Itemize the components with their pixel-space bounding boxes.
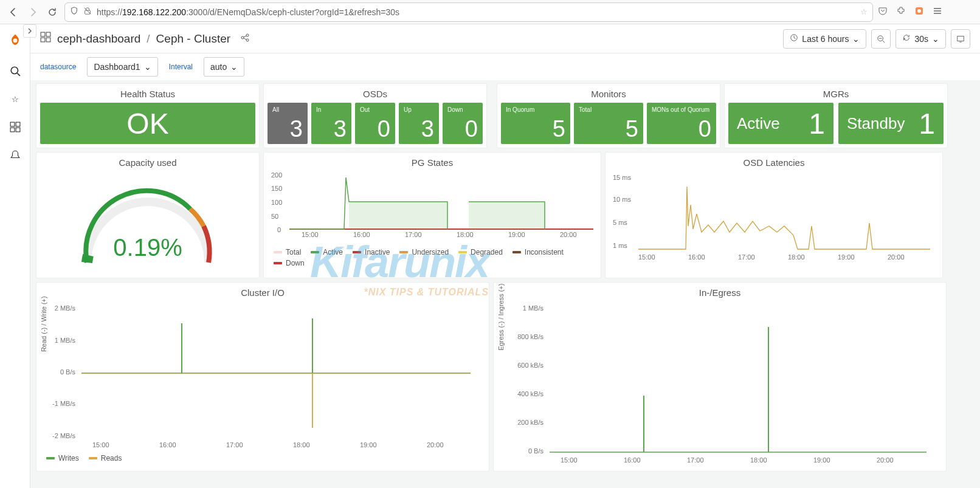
dashboards-icon[interactable] bbox=[40, 32, 51, 46]
svg-text:16:00: 16:00 bbox=[353, 231, 370, 238]
mgr-standby: Standby1 bbox=[838, 103, 944, 144]
refresh-picker[interactable]: 30s ⌄ bbox=[895, 29, 946, 49]
latency-chart: 15 ms 10 ms 5 ms 1 ms 15:00 16:00 17:00 … bbox=[613, 171, 935, 263]
breadcrumb-folder[interactable]: ceph-dashboard bbox=[57, 32, 140, 46]
grafana-logo-icon[interactable] bbox=[7, 33, 24, 50]
forward-icon[interactable] bbox=[26, 5, 40, 19]
breadcrumb: ceph-dashboard / Ceph - Cluster bbox=[40, 32, 250, 46]
variable-bar: datasource Dashboard1⌄ Interval auto⌄ bbox=[30, 53, 980, 80]
panel-cluster-io[interactable]: Cluster I/O Read (-) / Write (+) 2 MB/s … bbox=[36, 283, 489, 471]
url-bar[interactable]: https://192.168.122.200:3000/d/ENemqDaSk… bbox=[64, 2, 873, 22]
svg-text:15:00: 15:00 bbox=[638, 253, 655, 261]
refresh-icon bbox=[902, 33, 911, 44]
time-range-picker[interactable]: Last 6 hours ⌄ bbox=[783, 29, 866, 49]
panel-title: Capacity used bbox=[36, 153, 259, 171]
panel-title: OSDs bbox=[264, 84, 486, 103]
panel-title: PG States bbox=[264, 153, 601, 171]
var-interval-select[interactable]: auto⌄ bbox=[204, 57, 244, 77]
svg-text:400 kB/s: 400 kB/s bbox=[517, 390, 543, 397]
var-datasource-select[interactable]: Dashboard1⌄ bbox=[87, 57, 157, 77]
svg-text:16:00: 16:00 bbox=[159, 441, 176, 448]
chevron-down-icon: ⌄ bbox=[852, 34, 860, 44]
svg-rect-5 bbox=[10, 122, 15, 126]
time-range-label: Last 6 hours bbox=[802, 34, 849, 44]
svg-text:15:00: 15:00 bbox=[561, 456, 578, 464]
panel-monitors[interactable]: Monitors In Quorum5 Total5 MONs out of Q… bbox=[497, 84, 720, 148]
svg-text:1 MB/s: 1 MB/s bbox=[523, 304, 544, 312]
svg-text:2 MB/s: 2 MB/s bbox=[55, 304, 76, 312]
panel-title: Cluster I/O bbox=[36, 283, 489, 301]
svg-text:200: 200 bbox=[271, 171, 282, 179]
main-content: ceph-dashboard / Ceph - Cluster Last 6 h… bbox=[30, 24, 980, 488]
starred-icon[interactable]: ☆ bbox=[9, 92, 22, 106]
svg-text:18:00: 18:00 bbox=[788, 253, 805, 261]
panel-osd-latencies[interactable]: OSD Latencies 15 ms 10 ms 5 ms 1 ms 15:0… bbox=[606, 153, 942, 278]
svg-rect-11 bbox=[41, 38, 45, 42]
io-ylabel: Read (-) / Write (+) bbox=[40, 296, 47, 352]
pg-chart: 200 150 100 50 0 15:00 16:00 17:00 18: bbox=[271, 171, 593, 244]
back-icon[interactable] bbox=[6, 5, 21, 19]
alerting-icon[interactable] bbox=[9, 148, 22, 162]
grafana-sidebar: ☆ bbox=[0, 24, 30, 488]
svg-text:10 ms: 10 ms bbox=[613, 196, 631, 203]
search-icon[interactable] bbox=[9, 64, 22, 78]
panel-health-status[interactable]: Health Status OK bbox=[36, 84, 259, 148]
stat-osds-up: Up3 bbox=[399, 103, 439, 144]
svg-rect-9 bbox=[41, 32, 45, 36]
clock-icon bbox=[790, 33, 798, 44]
svg-text:200 kB/s: 200 kB/s bbox=[517, 419, 543, 426]
svg-text:0 B/s: 0 B/s bbox=[60, 368, 76, 376]
stat-osds-in: In3 bbox=[311, 103, 351, 144]
io-chart: Read (-) / Write (+) 2 MB/s 1 MB/s 0 B/s… bbox=[45, 301, 480, 450]
stat-osds-all: All3 bbox=[267, 103, 308, 144]
panel-title: Monitors bbox=[497, 84, 720, 103]
stat-mon-total: Total5 bbox=[574, 103, 643, 144]
menu-icon[interactable] bbox=[933, 6, 942, 18]
svg-text:-2 MB/s: -2 MB/s bbox=[52, 432, 75, 439]
lock-icon bbox=[83, 7, 92, 17]
zoom-out-button[interactable] bbox=[871, 29, 891, 49]
dashboards-icon[interactable] bbox=[9, 120, 22, 134]
cycle-view-button[interactable] bbox=[951, 29, 970, 49]
panel-title: Health Status bbox=[36, 84, 259, 103]
panel-title: OSD Latencies bbox=[606, 153, 942, 171]
svg-point-15 bbox=[246, 39, 249, 41]
dashboard-topbar: ceph-dashboard / Ceph - Cluster Last 6 h… bbox=[30, 24, 980, 53]
svg-text:5 ms: 5 ms bbox=[613, 219, 627, 226]
svg-text:18:00: 18:00 bbox=[293, 441, 310, 448]
capacity-value: 0.19% bbox=[113, 234, 182, 261]
svg-text:-1 MB/s: -1 MB/s bbox=[52, 400, 75, 407]
sidebar-expand-icon[interactable] bbox=[23, 24, 36, 38]
extensions-icon[interactable] bbox=[896, 6, 906, 18]
svg-text:17:00: 17:00 bbox=[687, 456, 704, 464]
svg-text:150: 150 bbox=[271, 185, 282, 192]
reload-icon[interactable] bbox=[45, 5, 60, 19]
panel-pg-states[interactable]: PG States 200 150 100 50 0 15:00 1 bbox=[264, 153, 601, 278]
svg-text:0: 0 bbox=[277, 226, 281, 233]
svg-text:17:00: 17:00 bbox=[405, 231, 422, 238]
breadcrumb-dashboard[interactable]: Ceph - Cluster bbox=[156, 32, 231, 46]
svg-point-13 bbox=[241, 36, 244, 39]
panel-in-egress[interactable]: In-/Egress Egress (-) / Ingress (+) 1 MB… bbox=[494, 283, 946, 471]
svg-text:15 ms: 15 ms bbox=[613, 174, 631, 181]
pg-legend: Total Active Inactive Undersized Degrade… bbox=[264, 244, 601, 271]
url-text: https://192.168.122.200:3000/d/ENemqDaSk… bbox=[97, 7, 855, 17]
svg-text:18:00: 18:00 bbox=[750, 456, 767, 464]
svg-text:1 MB/s: 1 MB/s bbox=[55, 337, 76, 344]
panel-mgrs[interactable]: MGRs Active1 Standby1 bbox=[725, 84, 947, 148]
account-icon[interactable] bbox=[914, 6, 924, 18]
bookmark-star-icon[interactable]: ☆ bbox=[860, 7, 868, 16]
svg-text:16:00: 16:00 bbox=[624, 456, 641, 464]
svg-rect-8 bbox=[16, 128, 20, 132]
svg-text:15:00: 15:00 bbox=[302, 231, 319, 238]
io-legend: Writes Reads bbox=[36, 450, 489, 466]
svg-point-14 bbox=[246, 34, 249, 36]
svg-text:100: 100 bbox=[271, 199, 282, 206]
panel-osds[interactable]: OSDs All3 In3 Out0 Up3 Down0 bbox=[264, 84, 486, 148]
share-icon[interactable] bbox=[240, 32, 250, 46]
pocket-icon[interactable] bbox=[878, 6, 888, 18]
stat-mon-quorum: In Quorum5 bbox=[501, 103, 570, 144]
svg-text:19:00: 19:00 bbox=[508, 231, 525, 238]
panel-capacity[interactable]: Capacity used 0.19% bbox=[36, 153, 259, 278]
dashboard-body: Health Status OK OSDs All3 In3 Out0 Up3 … bbox=[30, 80, 980, 475]
